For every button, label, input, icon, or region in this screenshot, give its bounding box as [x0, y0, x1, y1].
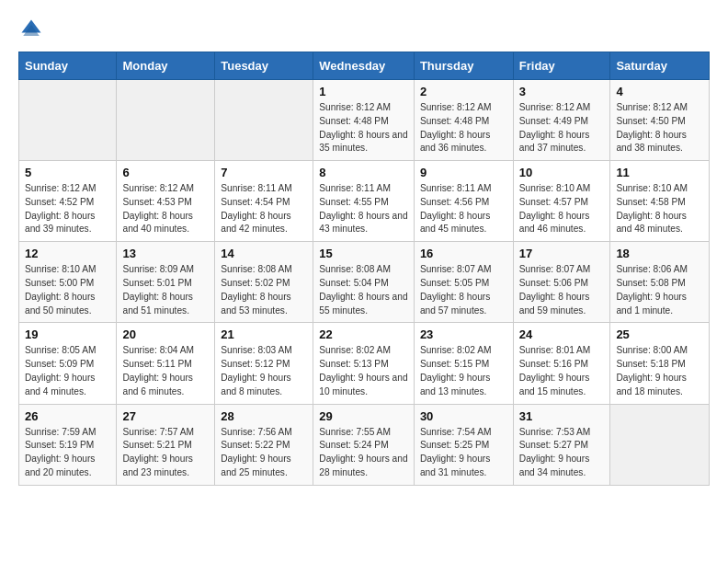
calendar-week-row: 12Sunrise: 8:10 AM Sunset: 5:00 PM Dayli… [19, 242, 710, 323]
day-detail: Sunrise: 8:08 AM Sunset: 5:02 PM Dayligh… [221, 263, 307, 317]
day-detail: Sunrise: 8:12 AM Sunset: 4:48 PM Dayligh… [420, 101, 507, 155]
day-number: 6 [122, 166, 209, 179]
day-detail: Sunrise: 8:10 AM Sunset: 4:58 PM Dayligh… [616, 182, 703, 236]
calendar-day-cell: 26Sunrise: 7:59 AM Sunset: 5:19 PM Dayli… [19, 404, 117, 485]
day-number: 10 [519, 166, 605, 179]
calendar-day-cell: 1Sunrise: 8:12 AM Sunset: 4:48 PM Daylig… [313, 80, 415, 161]
day-detail: Sunrise: 7:53 AM Sunset: 5:27 PM Dayligh… [519, 426, 605, 480]
calendar-day-cell [610, 404, 710, 485]
day-number: 25 [616, 327, 703, 341]
day-detail: Sunrise: 8:11 AM Sunset: 4:56 PM Dayligh… [420, 182, 507, 236]
calendar-day-cell: 22Sunrise: 8:02 AM Sunset: 5:13 PM Dayli… [313, 323, 415, 404]
day-number: 14 [221, 247, 307, 260]
day-detail: Sunrise: 8:05 AM Sunset: 5:09 PM Dayligh… [25, 344, 110, 398]
day-detail: Sunrise: 8:12 AM Sunset: 4:52 PM Dayligh… [25, 182, 110, 236]
day-detail: Sunrise: 8:02 AM Sunset: 5:15 PM Dayligh… [420, 344, 507, 398]
calendar-week-row: 19Sunrise: 8:05 AM Sunset: 5:09 PM Dayli… [19, 323, 710, 404]
calendar-day-cell: 9Sunrise: 8:11 AM Sunset: 4:56 PM Daylig… [414, 161, 513, 242]
day-number: 26 [25, 409, 110, 423]
day-number: 11 [616, 166, 703, 179]
day-detail: Sunrise: 8:07 AM Sunset: 5:06 PM Dayligh… [519, 263, 605, 317]
calendar-day-cell: 4Sunrise: 8:12 AM Sunset: 4:50 PM Daylig… [610, 80, 710, 161]
day-of-week-header: Tuesday [215, 52, 313, 80]
day-number: 24 [519, 327, 605, 341]
calendar-table: SundayMondayTuesdayWednesdayThursdayFrid… [18, 52, 710, 486]
calendar-week-row: 1Sunrise: 8:12 AM Sunset: 4:48 PM Daylig… [19, 80, 710, 161]
day-number: 16 [420, 247, 507, 260]
day-detail: Sunrise: 7:59 AM Sunset: 5:19 PM Dayligh… [25, 426, 110, 480]
calendar-day-cell: 11Sunrise: 8:10 AM Sunset: 4:58 PM Dayli… [610, 161, 710, 242]
day-detail: Sunrise: 7:57 AM Sunset: 5:21 PM Dayligh… [122, 426, 209, 480]
day-number: 9 [420, 166, 507, 179]
day-detail: Sunrise: 8:04 AM Sunset: 5:11 PM Dayligh… [122, 344, 209, 398]
calendar-day-cell: 17Sunrise: 8:07 AM Sunset: 5:06 PM Dayli… [513, 242, 610, 323]
day-detail: Sunrise: 8:02 AM Sunset: 5:13 PM Dayligh… [319, 344, 408, 398]
day-detail: Sunrise: 8:00 AM Sunset: 5:18 PM Dayligh… [616, 344, 703, 398]
day-detail: Sunrise: 8:12 AM Sunset: 4:49 PM Dayligh… [519, 101, 605, 155]
day-number: 22 [319, 327, 408, 341]
calendar-week-row: 5Sunrise: 8:12 AM Sunset: 4:52 PM Daylig… [19, 161, 710, 242]
calendar-day-cell [215, 80, 313, 161]
day-detail: Sunrise: 8:10 AM Sunset: 4:57 PM Dayligh… [519, 182, 605, 236]
day-detail: Sunrise: 7:56 AM Sunset: 5:22 PM Dayligh… [221, 426, 307, 480]
day-number: 2 [420, 85, 507, 98]
day-detail: Sunrise: 8:08 AM Sunset: 5:04 PM Dayligh… [319, 263, 408, 317]
calendar-day-cell: 13Sunrise: 8:09 AM Sunset: 5:01 PM Dayli… [117, 242, 215, 323]
calendar-day-cell: 12Sunrise: 8:10 AM Sunset: 5:00 PM Dayli… [19, 242, 117, 323]
day-of-week-header: Wednesday [313, 52, 415, 80]
day-detail: Sunrise: 8:09 AM Sunset: 5:01 PM Dayligh… [122, 263, 209, 317]
day-number: 28 [221, 409, 307, 423]
day-number: 20 [122, 327, 209, 341]
calendar-day-cell: 16Sunrise: 8:07 AM Sunset: 5:05 PM Dayli… [414, 242, 513, 323]
calendar-day-cell: 7Sunrise: 8:11 AM Sunset: 4:54 PM Daylig… [215, 161, 313, 242]
day-detail: Sunrise: 8:07 AM Sunset: 5:05 PM Dayligh… [420, 263, 507, 317]
calendar-day-cell: 5Sunrise: 8:12 AM Sunset: 4:52 PM Daylig… [19, 161, 117, 242]
day-of-week-header: Monday [117, 52, 215, 80]
day-number: 15 [319, 247, 408, 260]
calendar-day-cell [19, 80, 117, 161]
header [18, 17, 710, 42]
calendar-day-cell: 19Sunrise: 8:05 AM Sunset: 5:09 PM Dayli… [19, 323, 117, 404]
calendar-day-cell: 27Sunrise: 7:57 AM Sunset: 5:21 PM Dayli… [117, 404, 215, 485]
day-number: 17 [519, 247, 605, 260]
calendar-day-cell: 8Sunrise: 8:11 AM Sunset: 4:55 PM Daylig… [313, 161, 415, 242]
day-of-week-header: Sunday [19, 52, 117, 80]
calendar-day-cell: 3Sunrise: 8:12 AM Sunset: 4:49 PM Daylig… [513, 80, 610, 161]
day-number: 3 [519, 85, 605, 98]
day-number: 8 [319, 166, 408, 179]
day-number: 19 [25, 327, 110, 341]
calendar-day-cell: 20Sunrise: 8:04 AM Sunset: 5:11 PM Dayli… [117, 323, 215, 404]
calendar-day-cell: 10Sunrise: 8:10 AM Sunset: 4:57 PM Dayli… [513, 161, 610, 242]
day-number: 31 [519, 409, 605, 423]
page: SundayMondayTuesdayWednesdayThursdayFrid… [0, 0, 728, 502]
day-number: 12 [25, 247, 110, 260]
calendar-day-cell: 21Sunrise: 8:03 AM Sunset: 5:12 PM Dayli… [215, 323, 313, 404]
day-detail: Sunrise: 8:03 AM Sunset: 5:12 PM Dayligh… [221, 344, 307, 398]
calendar-header-row: SundayMondayTuesdayWednesdayThursdayFrid… [19, 52, 710, 80]
calendar-day-cell: 18Sunrise: 8:06 AM Sunset: 5:08 PM Dayli… [610, 242, 710, 323]
day-detail: Sunrise: 8:06 AM Sunset: 5:08 PM Dayligh… [616, 263, 703, 317]
day-of-week-header: Thursday [414, 52, 513, 80]
day-number: 29 [319, 409, 408, 423]
calendar-day-cell: 14Sunrise: 8:08 AM Sunset: 5:02 PM Dayli… [215, 242, 313, 323]
day-detail: Sunrise: 8:11 AM Sunset: 4:55 PM Dayligh… [319, 182, 408, 236]
calendar-day-cell: 29Sunrise: 7:55 AM Sunset: 5:24 PM Dayli… [313, 404, 415, 485]
calendar-day-cell: 31Sunrise: 7:53 AM Sunset: 5:27 PM Dayli… [513, 404, 610, 485]
calendar-day-cell [117, 80, 215, 161]
logo [18, 17, 48, 42]
day-detail: Sunrise: 8:12 AM Sunset: 4:48 PM Dayligh… [319, 101, 408, 155]
day-of-week-header: Friday [513, 52, 610, 80]
day-number: 21 [221, 327, 307, 341]
calendar-day-cell: 2Sunrise: 8:12 AM Sunset: 4:48 PM Daylig… [414, 80, 513, 161]
day-detail: Sunrise: 8:01 AM Sunset: 5:16 PM Dayligh… [519, 344, 605, 398]
day-detail: Sunrise: 8:12 AM Sunset: 4:50 PM Dayligh… [616, 101, 703, 155]
day-detail: Sunrise: 8:12 AM Sunset: 4:53 PM Dayligh… [122, 182, 209, 236]
logo-icon [18, 17, 44, 42]
day-number: 7 [221, 166, 307, 179]
day-number: 27 [122, 409, 209, 423]
day-number: 1 [319, 85, 408, 98]
calendar-day-cell: 6Sunrise: 8:12 AM Sunset: 4:53 PM Daylig… [117, 161, 215, 242]
day-number: 5 [25, 166, 110, 179]
day-number: 4 [616, 85, 703, 98]
day-number: 23 [420, 327, 507, 341]
